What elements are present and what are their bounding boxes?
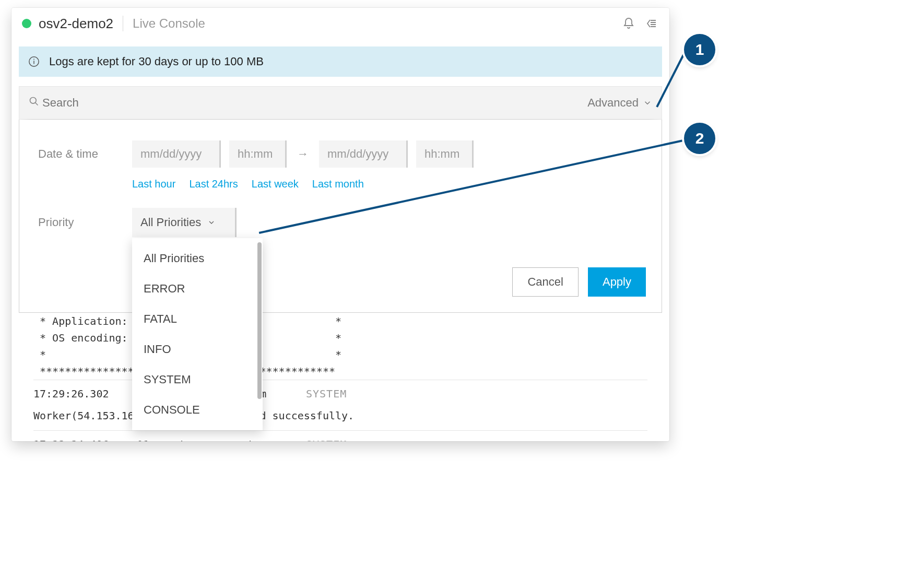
info-banner-text: Logs are kept for 30 days or up to 100 M… <box>49 55 264 68</box>
header-divider <box>123 16 123 31</box>
arrow-right-icon: → <box>295 147 311 161</box>
sidebar-collapse-icon[interactable] <box>644 16 659 31</box>
info-banner: Logs are kept for 30 days or up to 100 M… <box>19 46 662 77</box>
log-row: 17:32:34.496 01 nt system SYSTEM <box>33 430 647 441</box>
date-from-input[interactable]: mm/dd/yyyy <box>132 140 221 168</box>
callout-badge-1: 1 <box>684 34 715 65</box>
priority-option[interactable]: CONSOLE <box>132 395 263 425</box>
log-level: SYSTEM <box>306 436 369 441</box>
chevron-down-icon <box>207 218 216 227</box>
priority-dropdown: All Priorities ERROR FATAL INFO SYSTEM C… <box>132 238 263 430</box>
quick-link-last-month[interactable]: Last month <box>312 178 364 190</box>
app-title: osv2-demo2 <box>39 16 113 32</box>
log-time: 17:29:26.302 <box>33 385 122 402</box>
dropdown-scrollbar[interactable] <box>257 242 262 399</box>
svg-point-2 <box>33 59 34 60</box>
log-row: 17:29:26.302 01 t system SYSTEM <box>33 380 647 407</box>
priority-option[interactable]: SYSTEM <box>132 364 263 395</box>
priority-label: Priority <box>38 216 132 229</box>
console-window: osv2-demo2 Live Console Logs are kept fo… <box>11 8 669 441</box>
chevron-down-icon <box>643 98 652 108</box>
quick-date-links: Last hour Last 24hrs Last week Last mont… <box>38 178 643 190</box>
advanced-label: Advanced <box>587 96 639 110</box>
time-from-input[interactable]: hh:mm <box>229 140 287 168</box>
apply-button[interactable]: Apply <box>588 267 646 297</box>
bell-icon[interactable] <box>621 16 636 31</box>
date-to-input[interactable]: mm/dd/yyyy <box>319 140 408 168</box>
filter-actions: Cancel Apply <box>512 267 646 297</box>
search-input[interactable] <box>42 96 251 110</box>
priority-option[interactable]: FATAL <box>132 304 263 334</box>
priority-select[interactable]: All Priorities All Priorities ERROR FATA… <box>132 208 237 237</box>
priority-selected-value: All Priorities <box>140 216 201 229</box>
quick-link-last-week[interactable]: Last week <box>252 178 299 190</box>
time-to-input[interactable]: hh:mm <box>416 140 474 168</box>
priority-row: Priority All Priorities All Priorities E… <box>38 208 643 237</box>
log-output: * Application: osv2- * * OS encoding: UT… <box>19 313 662 441</box>
log-preamble-line: * * <box>33 346 647 363</box>
date-time-row: Date & time mm/dd/yyyy hh:mm → mm/dd/yyy… <box>38 140 643 168</box>
header-subtitle: Live Console <box>133 16 205 31</box>
search-icon <box>29 96 42 110</box>
log-sys: system <box>229 436 291 441</box>
search-bar: Advanced <box>19 86 662 120</box>
log-preamble-line: * OS encoding: UTF-8 * <box>33 330 647 346</box>
info-icon <box>28 56 40 67</box>
svg-line-4 <box>36 103 38 105</box>
priority-option[interactable]: All Priorities <box>132 243 263 274</box>
log-preamble-line: ********************** *****************… <box>33 363 647 380</box>
log-preamble-line: * Application: osv2- * <box>33 313 647 330</box>
log-subline: Worker(54.153.16.16) started successfull… <box>33 407 647 430</box>
callout-badge-2: 2 <box>684 123 715 154</box>
quick-link-last-24hrs[interactable]: Last 24hrs <box>189 178 238 190</box>
log-id: 01 <box>137 436 158 441</box>
log-mid: nt <box>172 436 214 441</box>
priority-option[interactable]: INFO <box>132 334 263 364</box>
quick-link-last-hour[interactable]: Last hour <box>132 178 175 190</box>
header-bar: osv2-demo2 Live Console <box>11 8 669 39</box>
advanced-toggle[interactable]: Advanced <box>587 96 652 110</box>
log-level: SYSTEM <box>306 385 369 402</box>
date-time-label: Date & time <box>38 147 132 161</box>
status-indicator-icon <box>22 19 31 28</box>
priority-option[interactable]: ERROR <box>132 274 263 304</box>
cancel-button[interactable]: Cancel <box>512 267 578 297</box>
svg-point-3 <box>30 98 37 104</box>
log-time: 17:32:34.496 <box>33 436 122 441</box>
